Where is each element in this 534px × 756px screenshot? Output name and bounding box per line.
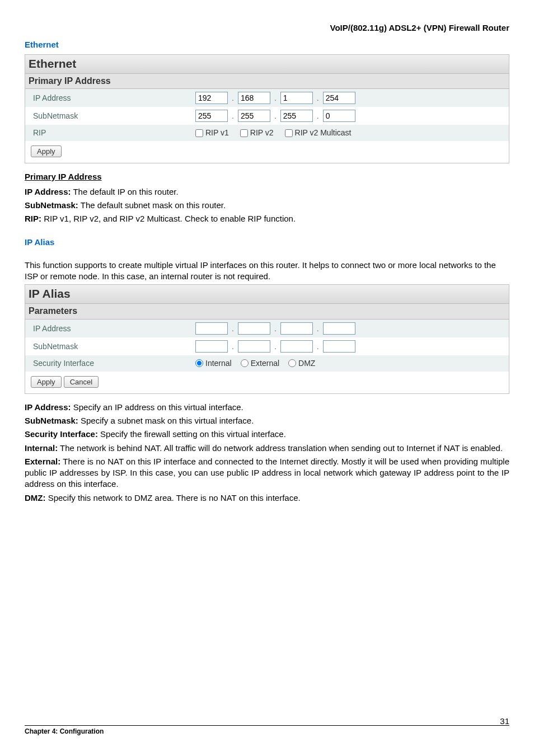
- rip-v2-option[interactable]: RIP v2: [240, 128, 274, 138]
- alias-ip-octet-4[interactable]: [323, 322, 355, 335]
- alias-desc-external: External: There is no NAT on this IP int…: [25, 456, 509, 490]
- ethernet-heading: Ethernet: [25, 39, 509, 50]
- page-header-title: VoIP/(802.11g) ADSL2+ (VPN) Firewall Rou…: [25, 22, 509, 34]
- label-subnetmask: SubNetmask: [33, 111, 195, 121]
- alias-row-security: Security Interface Internal External DMZ: [25, 355, 509, 372]
- ip-alias-panel-footer: Apply Cancel: [25, 372, 509, 393]
- dot-icon: .: [231, 93, 235, 104]
- security-dmz-option[interactable]: DMZ: [288, 358, 315, 369]
- dot-icon: .: [316, 93, 320, 104]
- alias-row-mask: SubNetmask . . .: [25, 337, 509, 355]
- cancel-button[interactable]: Cancel: [64, 376, 99, 388]
- security-external-label: External: [251, 358, 279, 369]
- rip-v1-label: RIP v1: [205, 128, 229, 138]
- dot-icon: .: [274, 111, 277, 121]
- alias-label-security: Security Interface: [33, 358, 195, 369]
- desc-rip: RIP: RIP v1, RIP v2, and RIP v2 Multicas…: [25, 213, 509, 224]
- footer-page-number: 31: [500, 716, 509, 727]
- alias-desc-dmz: DMZ: Specify this network to DMZ area. T…: [25, 492, 509, 504]
- dot-icon: .: [274, 341, 277, 352]
- alias-label-ip: IP Address: [33, 323, 195, 334]
- alias-desc-ip: IP Address: Specify an IP address on thi…: [25, 402, 509, 413]
- ethernet-panel-footer: Apply: [25, 141, 509, 163]
- dot-icon: .: [316, 323, 320, 334]
- ip-alias-panel-subtitle: Parameters: [25, 304, 509, 320]
- dot-icon: .: [274, 93, 277, 104]
- alias-ip-octet-3[interactable]: [280, 322, 313, 335]
- ip-alias-panel: IP Alias Parameters IP Address . . . Sub…: [25, 284, 509, 394]
- rip-v1-option[interactable]: RIP v1: [195, 128, 229, 138]
- security-internal-option[interactable]: Internal: [195, 358, 232, 369]
- mask-octet-3[interactable]: [280, 110, 313, 122]
- ip-alias-intro: This function supports to create multipl…: [25, 260, 509, 283]
- dot-icon: .: [231, 111, 235, 121]
- mask-octet-2[interactable]: [238, 110, 270, 122]
- rip-v2m-checkbox[interactable]: [285, 129, 293, 137]
- desc-subnetmask: SubNetmask: The default subnet mask on t…: [25, 200, 509, 211]
- ip-alias-heading: IP Alias: [25, 237, 509, 248]
- rip-v2-checkbox[interactable]: [240, 129, 248, 137]
- row-subnetmask: SubNetmask . . .: [25, 107, 509, 125]
- alias-mask-octet-4[interactable]: [323, 340, 355, 353]
- alias-desc-internal: Internal: The network is behind NAT. All…: [25, 443, 509, 454]
- alias-label-mask: SubNetmask: [33, 341, 195, 352]
- desc-ip-address: IP Address: The default IP on this route…: [25, 186, 509, 198]
- row-ip-address: IP Address . . .: [25, 89, 509, 107]
- apply-button[interactable]: Apply: [31, 376, 62, 388]
- alias-mask-octet-2[interactable]: [238, 340, 270, 353]
- ethernet-panel-title: Ethernet: [25, 55, 509, 74]
- rip-v2m-label: RIP v2 Multicast: [295, 128, 352, 138]
- alias-ip-octet-2[interactable]: [238, 322, 270, 335]
- security-dmz-radio[interactable]: [288, 359, 296, 367]
- alias-desc-mask: SubNetmask: Specify a subnet mask on thi…: [25, 415, 509, 426]
- mask-octet-4[interactable]: [323, 110, 355, 122]
- dot-icon: .: [231, 323, 235, 334]
- ip-octet-4[interactable]: [323, 92, 355, 104]
- security-external-radio[interactable]: [241, 359, 249, 367]
- dot-icon: .: [274, 323, 277, 334]
- dot-icon: .: [316, 111, 320, 121]
- label-ip-address: IP Address: [33, 93, 195, 104]
- security-dmz-label: DMZ: [298, 358, 315, 369]
- primary-ip-heading: Primary IP Address: [25, 171, 509, 182]
- security-external-option[interactable]: External: [241, 358, 279, 369]
- ethernet-panel: Ethernet Primary IP Address IP Address .…: [25, 54, 509, 164]
- mask-octet-1[interactable]: [195, 110, 228, 122]
- ip-octet-3[interactable]: [280, 92, 313, 104]
- dot-icon: .: [231, 341, 235, 352]
- rip-v2m-option[interactable]: RIP v2 Multicast: [285, 128, 352, 138]
- security-internal-label: Internal: [205, 358, 232, 369]
- ip-alias-panel-title: IP Alias: [25, 285, 509, 304]
- alias-mask-octet-3[interactable]: [280, 340, 313, 353]
- alias-desc-security: Security Interface: Specify the firewall…: [25, 429, 509, 440]
- page-footer: Chapter 4: Configuration 31: [25, 725, 509, 736]
- label-rip: RIP: [33, 128, 195, 138]
- security-internal-radio[interactable]: [195, 359, 203, 367]
- rip-v2-label: RIP v2: [250, 128, 274, 138]
- dot-icon: .: [316, 341, 320, 352]
- rip-v1-checkbox[interactable]: [195, 129, 203, 137]
- ip-octet-1[interactable]: [195, 92, 228, 104]
- row-rip: RIP RIP v1 RIP v2 RIP v2 Multicast: [25, 125, 509, 141]
- alias-mask-octet-1[interactable]: [195, 340, 228, 353]
- footer-chapter: Chapter 4: Configuration: [25, 727, 104, 736]
- apply-button[interactable]: Apply: [31, 145, 62, 157]
- alias-ip-octet-1[interactable]: [195, 322, 228, 335]
- ethernet-panel-subtitle: Primary IP Address: [25, 74, 509, 90]
- ip-octet-2[interactable]: [238, 92, 270, 104]
- alias-row-ip: IP Address . . .: [25, 320, 509, 337]
